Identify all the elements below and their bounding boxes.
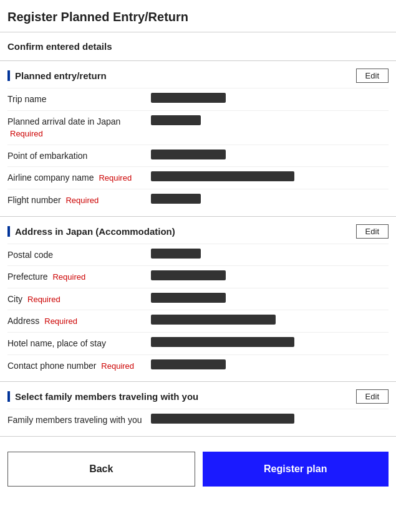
field-label: Flight number Required: [7, 194, 151, 207]
required-tag: Required: [52, 272, 85, 282]
page-title: Register Planned Entry/Return: [0, 0, 396, 32]
field-value: [151, 337, 389, 349]
field-value: [151, 293, 389, 305]
field-value: [151, 315, 389, 327]
family-edit-button[interactable]: Edit: [356, 389, 389, 404]
field-label: Contact phone number Required: [7, 359, 151, 373]
table-row: Hotel name, place of stay: [7, 332, 389, 354]
field-label: Planned arrival date in Japan Required: [7, 115, 151, 140]
required-tag: Required: [44, 316, 77, 326]
back-button[interactable]: Back: [7, 452, 195, 487]
planned-entry-title: Planned entry/return: [7, 70, 107, 81]
field-value: [151, 249, 389, 261]
field-label: Airline company name Required: [7, 171, 151, 184]
table-row: Contact phone number Required: [7, 354, 389, 377]
table-row: City Required: [7, 288, 389, 310]
address-section: Address in Japan (Accommodation) Edit Po…: [0, 217, 396, 382]
field-value: [151, 171, 389, 184]
field-label: Address Required: [7, 315, 151, 328]
field-label: Trip name: [7, 93, 151, 106]
field-label: City Required: [7, 293, 151, 306]
required-tag: Required: [65, 196, 99, 205]
planned-entry-section: Planned entry/return Edit Trip name Plan…: [0, 61, 396, 217]
family-section-title: Select family members traveling with you: [7, 391, 198, 402]
field-label: Family members traveling with you: [7, 414, 151, 427]
field-value: [151, 359, 389, 372]
table-row: Trip name: [7, 88, 389, 110]
field-value: [151, 93, 389, 105]
planned-entry-edit-button[interactable]: Edit: [356, 69, 389, 83]
table-row: Family members traveling with you: [7, 409, 389, 431]
field-value: [151, 194, 389, 206]
register-button[interactable]: Register plan: [203, 452, 389, 487]
field-label: Prefecture Required: [7, 270, 151, 283]
table-row: Point of embarkation: [7, 145, 389, 167]
table-row: Postal code: [7, 244, 389, 266]
table-row: Airline company name Required: [7, 166, 389, 189]
field-value: [151, 270, 389, 283]
bottom-buttons: Back Register plan: [0, 437, 396, 494]
required-tag: Required: [27, 295, 60, 304]
address-section-title: Address in Japan (Accommodation): [7, 226, 175, 237]
family-section: Select family members traveling with you…: [0, 382, 396, 437]
address-edit-button[interactable]: Edit: [356, 224, 389, 239]
field-label: Point of embarkation: [7, 150, 151, 163]
required-tag: Required: [101, 361, 134, 371]
table-row: Address Required: [7, 310, 389, 332]
field-value: [151, 115, 389, 128]
field-label: Hotel name, place of stay: [7, 337, 151, 350]
field-value: [151, 150, 389, 162]
required-tag: Required: [99, 173, 132, 183]
table-row: Planned arrival date in Japan Required: [7, 110, 389, 145]
table-row: Flight number Required: [7, 189, 389, 211]
field-label: Postal code: [7, 249, 151, 262]
field-value: [151, 414, 389, 426]
required-tag: Required: [10, 129, 43, 138]
confirm-section-header: Confirm entered details: [0, 32, 396, 61]
table-row: Prefecture Required: [7, 265, 389, 288]
